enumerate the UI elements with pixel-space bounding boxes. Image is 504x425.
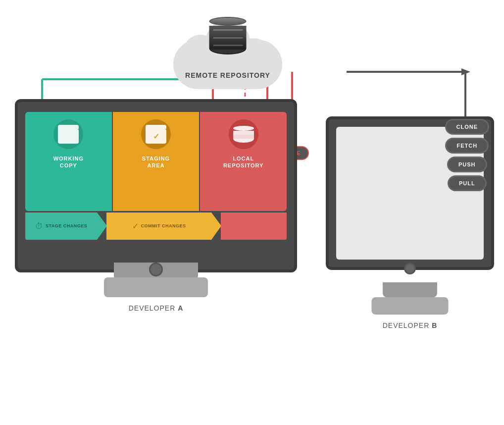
diagram-container: REMOTE REPOSITORY PULL FETCH PUSH CLONE … bbox=[0, 0, 504, 425]
working-copy-icon bbox=[53, 119, 83, 149]
monitor-a-button bbox=[149, 263, 163, 276]
staging-icon: ✓ bbox=[141, 119, 171, 149]
stage-changes-strip: ⏱ STAGE CHANGES bbox=[25, 212, 97, 240]
monitor-b-button bbox=[404, 263, 416, 274]
dev-b-clone-button[interactable]: CLONE bbox=[445, 119, 490, 135]
commit-changes-label: COMMIT CHANGES bbox=[141, 223, 186, 229]
local-repo-icon bbox=[229, 119, 258, 149]
working-copy-title: WORKINGCOPY bbox=[53, 155, 84, 169]
monitor-b-base bbox=[372, 297, 449, 315]
developer-a-label: DEVELOPER A bbox=[15, 304, 297, 312]
staging-area-section: ✓ STAGINGAREA bbox=[113, 112, 200, 211]
monitor-a-screen: WORKINGCOPY ✓ STAGINGAREA bbox=[15, 99, 297, 272]
staging-area-title: STAGINGAREA bbox=[142, 155, 170, 169]
developer-b-buttons: CLONE FETCH PUSH PULL bbox=[445, 119, 490, 191]
dev-b-push-button[interactable]: PUSH bbox=[447, 157, 487, 172]
local-repo-title: LOCALREPOSITORY bbox=[223, 155, 264, 169]
developer-a-monitor: WORKINGCOPY ✓ STAGINGAREA bbox=[15, 99, 297, 312]
dev-b-pull-button[interactable]: PULL bbox=[448, 175, 487, 191]
monitor-b-stand bbox=[383, 282, 437, 297]
remote-repository-section: REMOTE REPOSITORY bbox=[173, 15, 282, 89]
developer-b-label: DEVELOPER B bbox=[326, 321, 494, 329]
commit-changes-strip: ✓ COMMIT CHANGES bbox=[106, 212, 211, 240]
stage-changes-label: STAGE CHANGES bbox=[46, 223, 87, 229]
dev-b-fetch-button[interactable]: FETCH bbox=[445, 138, 489, 154]
working-copy-section: WORKINGCOPY bbox=[25, 112, 112, 211]
remote-repo-label: REMOTE REPOSITORY bbox=[173, 71, 282, 79]
svg-marker-16 bbox=[461, 68, 470, 75]
local-action-strip bbox=[221, 212, 287, 240]
local-repo-section: LOCALREPOSITORY bbox=[200, 112, 287, 211]
monitor-a-base bbox=[104, 277, 208, 297]
